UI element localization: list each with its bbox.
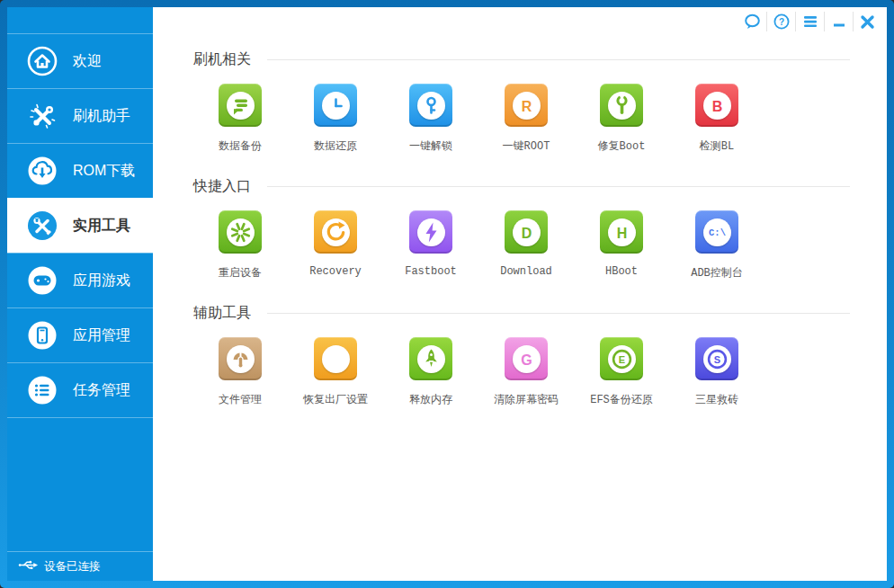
- tool-tile-ring-letter-E[interactable]: EEFS备份还原: [574, 337, 669, 407]
- tool-label: 清除屏幕密码: [494, 392, 559, 407]
- svg-text:H: H: [616, 225, 627, 240]
- tile-glyph-circle: [608, 92, 636, 120]
- clock-icon: [314, 84, 357, 127]
- device-status: 设备已连接: [7, 551, 153, 581]
- tool-label: EFS备份还原: [590, 392, 653, 407]
- tile-row: 重启设备RecoveryFastbootDDownloadHHBootC:\AD…: [192, 210, 850, 281]
- ring-letter-icon: S: [695, 337, 738, 380]
- tool-label: 修复Boot: [598, 138, 646, 154]
- sidebar-nav: 欢迎 刷机助手 ROM下载 实用工具 应用游戏 应用管理 任务管理: [7, 33, 153, 418]
- app-window: 欢迎 刷机助手 ROM下载 实用工具 应用游戏 应用管理 任务管理 设备已连接 …: [0, 0, 894, 588]
- tile-row: 数据备份数据还原一键解锁R一键ROOT修复BootB检测BL: [192, 84, 850, 154]
- backup-icon: [219, 84, 262, 127]
- sidebar-item-label: 应用游戏: [73, 272, 130, 290]
- tile-glyph-circle: D: [513, 218, 541, 246]
- tool-tile-file[interactable]: 文件管理: [192, 337, 288, 407]
- section-header: 辅助工具: [193, 303, 850, 323]
- svg-text:S: S: [713, 354, 720, 365]
- tool-label: 检测BL: [700, 138, 734, 154]
- tool-label: 一键ROOT: [503, 138, 550, 154]
- titlebar-controls: ?: [738, 10, 881, 33]
- tile-glyph-circle: [322, 218, 350, 246]
- games-icon: [26, 264, 58, 297]
- sidebar-item-games[interactable]: 应用游戏: [7, 253, 153, 307]
- tool-label: Download: [500, 265, 552, 278]
- sidebar-item-flash-assistant[interactable]: 刷机助手: [7, 88, 153, 143]
- tool-tile-letter-H[interactable]: HHBoot: [574, 210, 669, 281]
- c-arrow-icon: [314, 210, 357, 254]
- tile-glyph-circle: E: [608, 345, 636, 373]
- sidebar-item-label: ROM下载: [73, 162, 135, 181]
- tile-glyph-circle: G: [513, 345, 541, 373]
- sidebar-item-app-manage[interactable]: 应用管理: [7, 307, 153, 362]
- tool-label: Fastboot: [405, 265, 457, 278]
- tile-glyph-circle: [417, 345, 445, 373]
- rom-download-icon: [26, 155, 58, 187]
- tool-tile-c-arrow[interactable]: Recovery: [288, 210, 383, 281]
- sidebar-item-utilities[interactable]: 实用工具: [7, 198, 153, 253]
- menu-button[interactable]: [795, 12, 824, 31]
- tile-glyph-circle: [322, 345, 350, 373]
- chat-bubble-icon: [744, 13, 761, 30]
- section-divider: [267, 59, 850, 60]
- tool-tile-ring-letter-S[interactable]: S三星救砖: [669, 337, 764, 407]
- svg-text:R: R: [521, 98, 532, 113]
- tool-tile-key[interactable]: 一键解锁: [383, 84, 478, 154]
- tile-glyph-circle: R: [513, 92, 541, 120]
- close-icon: [860, 14, 875, 30]
- tool-label: 一键解锁: [409, 138, 452, 154]
- section-divider: [267, 313, 850, 314]
- letter-icon: R: [505, 84, 548, 127]
- prompt-icon: C:\: [695, 210, 738, 254]
- svg-text:D: D: [521, 225, 532, 240]
- chat-button[interactable]: [738, 12, 766, 31]
- tile-glyph-circle: H: [608, 218, 636, 246]
- sidebar-item-home[interactable]: 欢迎: [7, 33, 153, 88]
- section-title: 刷机相关: [193, 50, 251, 69]
- tool-tile-wrench[interactable]: 修复Boot: [574, 84, 669, 154]
- tool-tile-undo[interactable]: 恢复出厂设置: [288, 337, 383, 407]
- tool-label: 数据备份: [219, 138, 262, 154]
- letter-icon: G: [505, 337, 548, 380]
- svg-text:B: B: [711, 98, 722, 113]
- tool-tile-letter-D[interactable]: DDownload: [478, 210, 574, 281]
- sidebar-item-label: 实用工具: [73, 217, 130, 236]
- tool-label: 数据还原: [314, 138, 357, 154]
- utilities-icon: [26, 209, 58, 242]
- svg-text:C:\: C:\: [709, 227, 726, 238]
- tile-glyph-circle: S: [703, 345, 731, 373]
- sidebar-item-label: 刷机助手: [73, 107, 130, 126]
- section-header: 快捷入口: [193, 176, 850, 196]
- tool-tile-backup[interactable]: 数据备份: [192, 84, 288, 154]
- tool-tile-bolt[interactable]: Fastboot: [383, 210, 478, 281]
- sidebar-item-rom-download[interactable]: ROM下载: [7, 143, 153, 198]
- tool-tile-prompt-C[interactable]: C:\ADB控制台: [669, 210, 764, 281]
- minimize-button[interactable]: [824, 12, 853, 31]
- usb-icon: [18, 559, 38, 574]
- letter-icon: H: [600, 210, 643, 254]
- tool-label: 释放内存: [409, 392, 452, 407]
- close-button[interactable]: [853, 12, 881, 31]
- tool-tile-letter-R[interactable]: R一键ROOT: [478, 84, 574, 154]
- tool-tile-letter-G[interactable]: G清除屏幕密码: [478, 337, 574, 407]
- tile-row: 文件管理恢复出厂设置释放内存G清除屏幕密码EEFS备份还原S三星救砖: [192, 337, 850, 407]
- task-manage-icon: [26, 374, 58, 406]
- key-icon: [409, 84, 452, 127]
- tool-tile-clock[interactable]: 数据还原: [288, 84, 383, 154]
- wrench-icon: [600, 84, 643, 127]
- tool-tile-burst[interactable]: 重启设备: [192, 210, 288, 281]
- tool-label: 重启设备: [219, 265, 262, 281]
- tool-tile-letter-B[interactable]: B检测BL: [669, 84, 764, 154]
- letter-icon: D: [505, 210, 548, 254]
- sidebar-item-label: 欢迎: [73, 52, 102, 71]
- ring-letter-icon: E: [600, 337, 643, 380]
- undo-icon: [314, 337, 357, 380]
- tool-tile-rocket[interactable]: 释放内存: [383, 337, 478, 407]
- section-header: 刷机相关: [193, 49, 850, 69]
- sidebar-item-task-manage[interactable]: 任务管理: [7, 362, 153, 418]
- tile-glyph-circle: [417, 92, 445, 120]
- minimize-icon: [832, 14, 846, 29]
- file-icon: [219, 337, 262, 380]
- sidebar-item-label: 应用管理: [73, 326, 130, 345]
- help-button[interactable]: ?: [766, 12, 795, 31]
